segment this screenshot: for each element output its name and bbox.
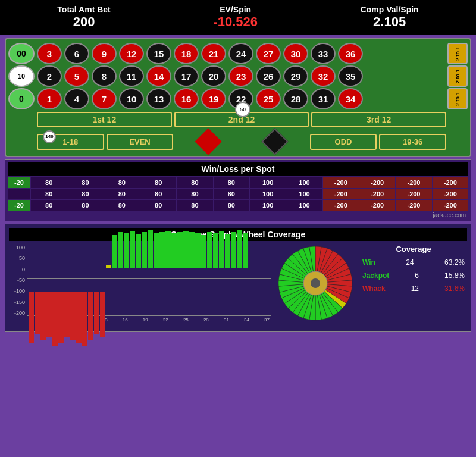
num-cell-12[interactable]: 12 — [119, 43, 144, 64]
wl-cell-r2-c8: 100 — [286, 200, 322, 211]
num-cell-17[interactable]: 17 — [174, 65, 199, 87]
wl-cell-r1-c5: 80 — [177, 189, 212, 199]
num-cell-25[interactable]: 25 — [256, 88, 281, 109]
num-cell-21[interactable]: 21 — [201, 43, 226, 64]
bar-33 — [225, 234, 230, 268]
num-cell-14[interactable]: 14 — [146, 65, 171, 87]
wl-cell-r2-c0: -20 — [8, 200, 30, 211]
num-cell-32[interactable]: 32 — [311, 65, 336, 87]
num-cell-10[interactable]: 10 — [119, 88, 144, 109]
num-cell-35[interactable]: 35 — [338, 65, 363, 87]
num-col-6: 212019 — [201, 43, 227, 109]
num-cell-3[interactable]: 3 — [37, 43, 62, 64]
num-cell-4[interactable]: 4 — [64, 88, 89, 109]
bar-8 — [76, 292, 82, 343]
black-diamond-icon — [262, 128, 289, 155]
ev-spin-label: EV/Spin — [213, 5, 258, 14]
num-cell-31[interactable]: 31 — [311, 88, 336, 109]
zero-0[interactable]: 0 — [8, 88, 35, 109]
outcome-content: 100 50 0 -50 -100 -150 -200 — [9, 245, 467, 328]
num-cell-24[interactable]: 24 — [228, 43, 253, 64]
comp-val-label: Comp Val/Spin — [361, 5, 419, 14]
num-cell-19[interactable]: 19 — [201, 88, 226, 109]
wl-cell-r1-c8: 100 — [286, 189, 322, 199]
roulette-table: 00 10 0 32165498712111015141318171621201… — [5, 38, 471, 157]
whack-pct: 31.6% — [444, 284, 465, 293]
two-to-one-bot[interactable]: 2 to 1 — [447, 88, 468, 109]
num-cell-16[interactable]: 16 — [174, 88, 199, 109]
bar-1 — [35, 292, 40, 334]
num-col-9: 302928 — [283, 43, 309, 109]
two-to-one-mid[interactable]: 2 to 1 — [447, 65, 468, 87]
zero-00[interactable]: 00 — [8, 43, 35, 64]
wl-cell-r1-c11: -200 — [396, 189, 431, 199]
num-cell-8[interactable]: 8 — [92, 65, 117, 87]
wl-cell-r2-c11: -200 — [396, 200, 431, 211]
num-cell-18[interactable]: 18 — [174, 43, 199, 64]
num-cell-15[interactable]: 15 — [146, 43, 171, 64]
num-col-10: 333231 — [311, 43, 337, 109]
num-col-11: 363534 — [338, 43, 364, 109]
header: Total Amt Bet 200 EV/Spin -10.526 Comp V… — [0, 0, 476, 35]
third-dozen[interactable]: 3rd 12 — [311, 112, 446, 127]
coverage-win-row: Win 24 63.2% — [360, 257, 467, 268]
num-cell-2[interactable]: 2 — [37, 65, 62, 87]
num-cell-30[interactable]: 30 — [283, 43, 308, 64]
num-cell-34[interactable]: 34 — [338, 88, 363, 109]
bar-30 — [207, 232, 212, 268]
num-cell-33[interactable]: 33 — [311, 43, 336, 64]
num-cell-11[interactable]: 11 — [119, 65, 144, 87]
bet-even[interactable]: EVEN — [107, 134, 174, 150]
num-cell-13[interactable]: 13 — [146, 88, 171, 109]
bet-black[interactable] — [243, 130, 308, 154]
x-label: 31 — [224, 317, 229, 323]
num-cell-36[interactable]: 36 — [338, 43, 363, 64]
wl-cell-r0-c11: -200 — [396, 177, 431, 188]
bar-23 — [165, 231, 171, 268]
whack-count: 12 — [411, 284, 419, 293]
bar-15 — [118, 232, 123, 268]
num-col-8: 272625 — [256, 43, 282, 109]
num-cell-29[interactable]: 29 — [283, 65, 308, 87]
num-cell-1[interactable]: 1 — [37, 88, 62, 109]
num-cell-27[interactable]: 27 — [256, 43, 281, 64]
coverage-table: Coverage Win 24 63.2% Jackpot 6 15.8% Wh… — [360, 245, 467, 296]
bet-19-36[interactable]: 19-36 — [379, 134, 446, 150]
bar-26 — [183, 231, 189, 268]
wl-cell-r1-c0 — [8, 189, 30, 199]
num-cell-23[interactable]: 23 — [228, 65, 253, 87]
bet-red[interactable] — [176, 130, 240, 154]
wl-cell-r2-c12: -200 — [433, 200, 468, 211]
jackace-label: jackace.com — [8, 212, 466, 218]
num-cell-9[interactable]: 9 — [92, 43, 117, 64]
bar-4 — [52, 292, 58, 346]
first-dozen[interactable]: 1st 12 — [37, 112, 172, 127]
jackpot-label: Jackpot — [362, 271, 389, 280]
num-cell-20[interactable]: 20 — [201, 65, 226, 87]
wheel-container — [277, 245, 354, 322]
num-cell-26[interactable]: 26 — [256, 65, 281, 87]
ev-spin-value: -10.526 — [213, 14, 258, 30]
num-cell-5[interactable]: 5 — [64, 65, 89, 87]
num-cell-6[interactable]: 6 — [64, 43, 89, 64]
spin-chip: 50 — [235, 102, 250, 117]
bottom-bets-row: 1-18 140 EVEN ODD 19-36 — [8, 130, 468, 154]
wl-cell-r2-c10: -200 — [359, 200, 395, 211]
win-pct: 63.2% — [444, 258, 465, 267]
wl-cell-r0-c1: 80 — [31, 177, 67, 188]
x-label: 34 — [244, 317, 249, 323]
bet-odd[interactable]: ODD — [310, 134, 377, 150]
bar-13 — [106, 265, 111, 268]
num-cell-28[interactable]: 28 — [283, 88, 308, 109]
num-cell-7[interactable]: 7 — [92, 88, 117, 109]
total-amt-bet-col: Total Amt Bet 200 — [57, 5, 110, 30]
wl-cell-r1-c3: 80 — [104, 189, 140, 199]
two-to-one-top[interactable]: 2 to 1 — [447, 43, 468, 64]
comp-val-value: 2.105 — [361, 14, 419, 30]
winloss-section: Win/Loss per Spot -20808080808080100100-… — [5, 159, 471, 221]
bar-29 — [201, 235, 206, 268]
wl-cell-r1-c4: 80 — [140, 189, 176, 199]
zero-10-chip: 10 — [8, 65, 35, 87]
num-col-5: 181716 — [174, 43, 200, 109]
bet-1-18[interactable]: 1-18 140 — [37, 134, 104, 150]
